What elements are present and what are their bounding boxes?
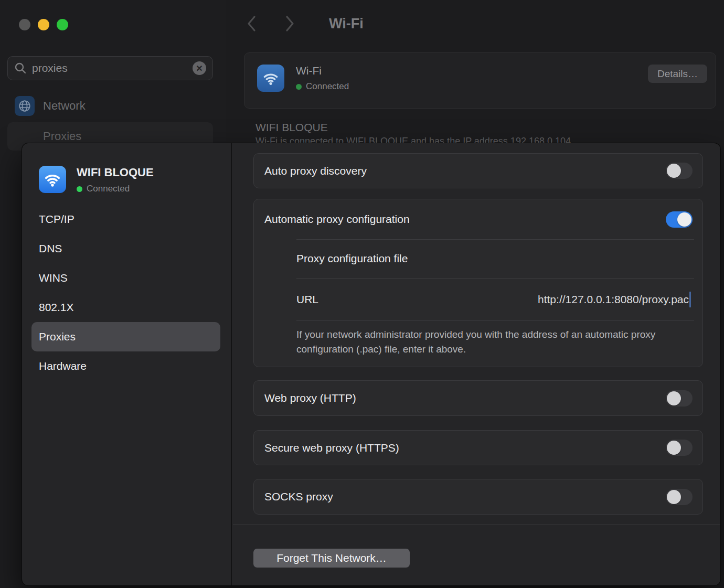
pac-help-text: If your network administrator provided y… — [296, 327, 664, 357]
socks-proxy-toggle[interactable] — [666, 489, 693, 505]
nav-item-wins[interactable]: WINS — [31, 263, 220, 293]
window-controls — [19, 19, 68, 30]
automatic-proxy-configuration-label: Automatic proxy configuration — [264, 213, 410, 226]
sheet-sidebar: WIFI BLOQUE Connected TCP/IP DNS WINS 80… — [22, 143, 232, 585]
search-result-network[interactable]: Network — [15, 96, 86, 116]
nav-item-hardware[interactable]: Hardware — [31, 351, 220, 381]
nav-item-tcpip[interactable]: TCP/IP — [31, 205, 220, 234]
sheet-network-name: WIFI BLOQUE — [77, 166, 154, 179]
proxy-configuration-file-label: Proxy configuration file — [296, 252, 408, 265]
text-cursor — [689, 292, 691, 307]
page-title: Wi-Fi — [329, 16, 364, 32]
web-proxy-label: Web proxy (HTTP) — [264, 392, 356, 404]
automatic-proxy-configuration-card: Automatic proxy configuration Proxy conf… — [253, 199, 703, 367]
close-window-button[interactable] — [19, 19, 30, 30]
wifi-status-card: Wi-Fi Connected Details… — [244, 52, 716, 109]
sheet-network-header: WIFI BLOQUE Connected — [39, 166, 154, 194]
forget-network-button[interactable]: Forget This Network… — [253, 549, 410, 568]
search-result-network-label: Network — [43, 99, 86, 113]
zoom-window-button[interactable] — [57, 19, 68, 30]
wifi-card-status: Connected — [306, 81, 349, 92]
wifi-card-title: Wi-Fi — [296, 65, 349, 77]
forward-icon[interactable] — [282, 15, 297, 33]
nav-item-8021x[interactable]: 802.1X — [31, 293, 220, 322]
nav-item-dns[interactable]: DNS — [31, 234, 220, 263]
nav-item-proxies[interactable]: Proxies — [31, 322, 220, 351]
secure-web-proxy-row: Secure web proxy (HTTPS) — [253, 430, 703, 465]
search-input[interactable]: proxies ✕ — [7, 56, 213, 80]
sheet-nav: TCP/IP DNS WINS 802.1X Proxies Hardware — [31, 205, 220, 381]
web-proxy-toggle[interactable] — [666, 390, 693, 407]
url-label: URL — [296, 293, 318, 306]
secure-web-proxy-toggle[interactable] — [666, 440, 693, 456]
divider — [296, 320, 694, 321]
screen: proxies ✕ Network Proxies — [0, 0, 724, 588]
search-icon — [14, 62, 27, 74]
auto-proxy-discovery-toggle[interactable] — [666, 163, 693, 179]
socks-proxy-row: SOCKS proxy — [253, 479, 703, 515]
auto-proxy-discovery-row: Auto proxy discovery — [253, 153, 703, 188]
clear-search-icon[interactable]: ✕ — [193, 61, 206, 75]
secure-web-proxy-label: Secure web proxy (HTTPS) — [264, 442, 399, 454]
back-icon[interactable] — [244, 15, 260, 33]
web-proxy-row: Web proxy (HTTP) — [253, 380, 703, 416]
minimize-window-button[interactable] — [38, 19, 49, 30]
sheet-connected-dot — [77, 186, 82, 192]
wifi-icon — [257, 65, 284, 92]
network-globe-icon — [15, 96, 35, 116]
search-result-proxies-label: Proxies — [43, 130, 81, 143]
wifi-details-sheet: WIFI BLOQUE Connected TCP/IP DNS WINS 80… — [22, 143, 720, 585]
url-value[interactable]: http://127.0.0.1:8080/proxy.pac — [538, 293, 689, 306]
auto-proxy-discovery-label: Auto proxy discovery — [264, 165, 367, 177]
sheet-network-status: Connected — [87, 184, 130, 194]
search-text: proxies — [32, 62, 193, 74]
socks-proxy-label: SOCKS proxy — [264, 490, 333, 503]
content-header: Wi-Fi — [244, 15, 364, 33]
automatic-proxy-configuration-toggle[interactable] — [666, 211, 693, 228]
details-button[interactable]: Details… — [648, 65, 707, 83]
sheet-content: Auto proxy discovery Automatic proxy con… — [233, 143, 720, 585]
footer-divider — [233, 525, 720, 525]
wifi-network-icon — [39, 166, 66, 193]
url-field[interactable]: URL http://127.0.0.1:8080/proxy.pac — [296, 278, 691, 320]
network-section-title: WIFI BLOQUE — [255, 121, 328, 134]
connected-status-dot — [296, 84, 302, 90]
